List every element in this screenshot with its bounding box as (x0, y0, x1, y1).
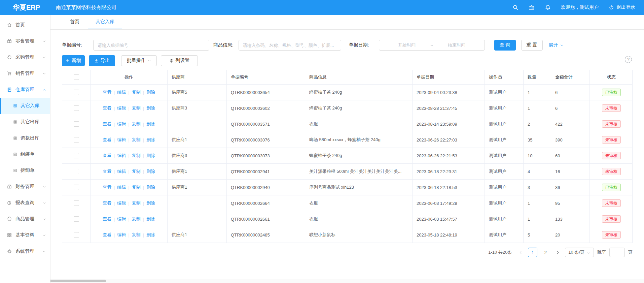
select-all-checkbox[interactable] (74, 74, 79, 80)
delete-link[interactable]: 删除 (146, 137, 155, 143)
page-button-1[interactable]: 1 (528, 248, 537, 257)
next-page-button[interactable] (553, 248, 562, 257)
view-link[interactable]: 查看 (103, 153, 111, 159)
bell-icon[interactable] (545, 4, 551, 10)
prev-page-button[interactable] (516, 248, 525, 257)
view-link[interactable]: 查看 (103, 89, 111, 95)
sidebar-item-goods-mgmt[interactable]: 商品管理 (0, 211, 50, 227)
copy-link[interactable]: 复制 (132, 200, 141, 206)
cell-operator: 测试用户 (485, 164, 524, 179)
view-link[interactable]: 查看 (103, 184, 111, 190)
view-link[interactable]: 查看 (103, 216, 111, 222)
platform-bank-icon[interactable] (529, 4, 535, 10)
sidebar-item-report-query[interactable]: 报表查询 (0, 195, 50, 211)
sidebar-item-disassembly-order[interactable]: 拆卸单 (0, 162, 50, 179)
row-checkbox[interactable] (74, 200, 79, 206)
row-checkbox[interactable] (74, 137, 79, 143)
bill-no-input[interactable] (93, 40, 209, 51)
cell-product: 蜂蜜柚子茶 240g (305, 85, 413, 100)
delete-link[interactable]: 删除 (146, 184, 155, 190)
jump-page-input[interactable] (609, 248, 625, 257)
view-link[interactable]: 查看 (103, 105, 111, 111)
delete-link[interactable]: 删除 (146, 89, 155, 95)
delete-link[interactable]: 删除 (146, 105, 155, 111)
search-button[interactable]: 查 询 (494, 40, 516, 51)
view-link[interactable]: 查看 (103, 200, 111, 206)
view-link[interactable]: 查看 (103, 232, 111, 238)
gear-icon (169, 59, 174, 63)
sidebar-item-transfer-outbound[interactable]: 调拨出库 (0, 130, 50, 146)
date-range-picker[interactable]: 开始时间 ~ 结束时间 (379, 40, 485, 51)
row-checkbox[interactable] (74, 121, 79, 127)
edit-link[interactable]: 编辑 (117, 216, 126, 222)
tab-other-inbound[interactable]: 其它入库 (88, 15, 122, 29)
edit-link[interactable]: 编辑 (117, 168, 126, 175)
edit-link[interactable]: 编辑 (117, 184, 126, 190)
plus-icon (66, 59, 70, 63)
help-icon[interactable]: ? (625, 56, 632, 63)
sidebar-item-label: 调拨出库 (21, 135, 39, 141)
row-checkbox[interactable] (74, 232, 79, 238)
edit-link[interactable]: 编辑 (117, 153, 126, 159)
product-info-input[interactable] (239, 40, 341, 51)
batch-actions-dropdown[interactable]: 批量操作 (121, 55, 157, 66)
copy-link[interactable]: 复制 (132, 89, 141, 95)
export-button[interactable]: 导出 (89, 55, 115, 66)
tab-home[interactable]: 首页 (66, 15, 83, 29)
edit-link[interactable]: 编辑 (117, 105, 126, 111)
add-button[interactable]: 新增 (62, 55, 85, 66)
sidebar-item-other-outbound[interactable]: 其它出库 (0, 114, 50, 130)
link-divider: | (128, 106, 129, 111)
sidebar-item-base-data[interactable]: 基本资料 (0, 227, 50, 243)
view-link[interactable]: 查看 (103, 121, 111, 127)
edit-link[interactable]: 编辑 (117, 137, 126, 143)
search-icon[interactable] (512, 4, 518, 10)
row-checkbox[interactable] (74, 216, 79, 222)
row-checkbox[interactable] (74, 169, 79, 174)
sidebar-item-finance-mgmt[interactable]: 财务管理 (0, 179, 50, 195)
copy-link[interactable]: 复制 (132, 216, 141, 222)
reset-button[interactable]: 重 置 (521, 40, 543, 51)
row-checkbox[interactable] (74, 90, 79, 95)
edit-link[interactable]: 编辑 (117, 200, 126, 206)
edit-link[interactable]: 编辑 (117, 121, 126, 127)
page-button-2[interactable]: 2 (541, 248, 550, 257)
sidebar-item-warehouse-mgmt[interactable]: 仓库管理 (0, 82, 50, 98)
sidebar-item-home[interactable]: 首页 (0, 17, 50, 33)
copy-link[interactable]: 复制 (132, 153, 141, 159)
delete-link[interactable]: 删除 (146, 200, 155, 206)
cell-operation: 查看|编辑|复制|删除 (91, 116, 168, 132)
row-checkbox[interactable] (74, 153, 79, 158)
cell-bill-no: QTRK00000002940 (227, 180, 305, 195)
copy-link[interactable]: 复制 (132, 184, 141, 190)
edit-link[interactable]: 编辑 (117, 232, 126, 238)
logout-button[interactable]: 退出登录 (609, 4, 635, 10)
delete-link[interactable]: 删除 (146, 168, 155, 175)
edit-link[interactable]: 编辑 (117, 89, 126, 95)
sidebar-item-system-mgmt[interactable]: 系统管理 (0, 243, 50, 259)
sidebar-item-retail-mgmt[interactable]: 零售管理 (0, 33, 50, 49)
copy-link[interactable]: 复制 (132, 105, 141, 111)
sidebar-item-purchase-mgmt[interactable]: 采购管理 (0, 49, 50, 65)
cell-product: 美汁源果粒橙 500ml 美汁美汁美汁美汁美汁美... (305, 164, 413, 179)
delete-link[interactable]: 删除 (146, 121, 155, 127)
delete-link[interactable]: 删除 (146, 232, 155, 238)
copy-link[interactable]: 复制 (132, 121, 141, 127)
page-size-select[interactable]: 10 条/页 (565, 248, 594, 257)
sidebar-item-sales-mgmt[interactable]: 销售管理 (0, 65, 50, 82)
sidebar-item-assembly-order[interactable]: 组装单 (0, 146, 50, 162)
view-link[interactable]: 查看 (103, 137, 111, 143)
row-checkbox[interactable] (74, 105, 79, 111)
delete-link[interactable]: 删除 (146, 153, 155, 159)
column-settings-button[interactable]: 列设置 (161, 55, 198, 66)
copy-link[interactable]: 复制 (132, 232, 141, 238)
copy-link[interactable]: 复制 (132, 168, 141, 175)
view-link[interactable]: 查看 (103, 168, 111, 175)
retail-icon (7, 38, 12, 44)
cell-operation: 查看|编辑|复制|删除 (91, 195, 168, 211)
copy-link[interactable]: 复制 (132, 137, 141, 143)
expand-toggle[interactable]: 展开 (549, 42, 564, 48)
sidebar-item-other-inbound[interactable]: 其它入库 (0, 98, 50, 114)
delete-link[interactable]: 删除 (146, 216, 155, 222)
row-checkbox[interactable] (74, 185, 79, 190)
